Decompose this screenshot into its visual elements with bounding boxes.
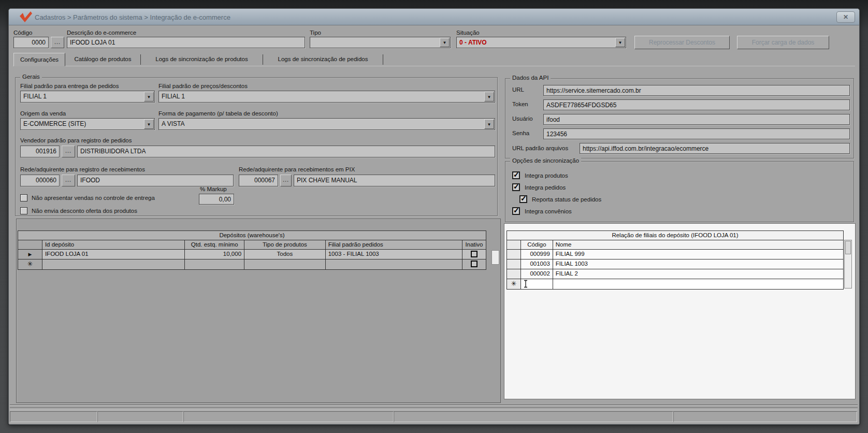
integra-convenios-checkbox-checked-icon[interactable] — [512, 207, 520, 215]
origem-venda-label: Origem da venda — [20, 110, 66, 117]
filial-entrega-dropdown-arrow-icon[interactable] — [144, 92, 154, 102]
descricao-label: Descrição do e-commerce — [67, 30, 136, 36]
reprocessar-descontos-button[interactable]: Reprocessar Descontos — [634, 36, 730, 49]
filiais-row-selector — [507, 250, 521, 259]
api-url-arquivos-field[interactable]: https://api.iffod.com.br/integracao/ecom… — [580, 143, 850, 154]
rede-pix-name-field[interactable]: PIX CHAVE MANUAL — [294, 175, 495, 186]
depositos-new-cell-qtd[interactable] — [185, 259, 244, 269]
api-senha-field[interactable]: 123456 — [543, 128, 850, 139]
filiais-scrollbar-thumb[interactable] — [845, 241, 851, 254]
vendedor-name-field[interactable]: DISTRIBUIDORA LTDA — [77, 146, 495, 157]
situacao-combobox[interactable]: 0 - ATIVO — [456, 37, 626, 48]
filiais-cell-codigo[interactable]: 000999 — [521, 250, 553, 259]
filial-precos-dropdown-arrow-icon[interactable] — [484, 92, 494, 102]
tab-configuracoes[interactable]: Configurações — [13, 53, 65, 66]
api-token-label: Token — [512, 101, 528, 107]
new-row-marker-icon: ✳ — [507, 279, 521, 289]
depositos-grid-scrollbar[interactable] — [491, 250, 499, 265]
filial-entrega-label: Filial padrão para entrega de pedidos — [20, 83, 119, 89]
forma-pagamento-combobox[interactable]: A VISTA — [158, 118, 495, 130]
close-icon[interactable]: ✕ — [836, 11, 855, 23]
tab-logs-produtos[interactable]: Logs de sincronização de produtos — [141, 54, 263, 65]
status-panel — [97, 411, 183, 422]
api-url-arquivos-label: URL padrão arquivos — [512, 145, 568, 151]
depositos-new-cell-filial[interactable] — [326, 259, 462, 269]
vendedor-code-field[interactable]: 001916 — [20, 146, 60, 157]
depositos-grid: Depósitos (warehouse's) Id depósito Qtd.… — [18, 230, 486, 270]
depositos-cell-qtd[interactable]: 10,000 — [185, 250, 244, 259]
filiais-new-row[interactable]: ✳ — [507, 279, 843, 289]
rede-browse-button[interactable]: ... — [62, 175, 75, 186]
integra-convenios-label: Integra convênios — [525, 208, 572, 214]
filiais-cell-nome[interactable]: FILIAL 999 — [553, 250, 843, 259]
nao-apresentar-vendas-checkbox[interactable] — [20, 194, 27, 201]
depositos-row[interactable]: ▶ IFOOD LOJA 01 10,000 Todos 1003 - FILI… — [18, 250, 486, 259]
filial-precos-combobox[interactable]: FILIAL 1 — [158, 91, 495, 103]
tipo-dropdown-arrow-icon[interactable] — [440, 38, 450, 47]
reporta-status-checkbox-checked-icon[interactable] — [519, 195, 527, 203]
api-token-field[interactable]: ASDFE778654FDGSD65 — [543, 99, 850, 110]
rede-name-field[interactable]: IFOOD — [77, 175, 234, 186]
integra-produtos-checkbox-checked-icon[interactable] — [512, 171, 520, 179]
gerais-group-title: Gerais — [20, 74, 42, 80]
depositos-col-filial: Filial padrão pedidos — [326, 240, 462, 249]
depositos-cell-id[interactable]: IFOOD LOJA 01 — [42, 250, 185, 259]
filial-entrega-combobox[interactable]: FILIAL 1 — [20, 91, 155, 103]
codigo-field[interactable]: 0000 — [13, 37, 49, 48]
filiais-cell-nome[interactable]: FILIAL 1003 — [553, 259, 843, 269]
filiais-row[interactable]: 001003 FILIAL 1003 — [507, 259, 843, 269]
api-usuario-label: Usuário — [512, 116, 533, 122]
filiais-cell-nome[interactable]: FILIAL 2 — [553, 269, 843, 279]
depositos-cell-tipo[interactable]: Todos — [244, 250, 326, 259]
tipo-combobox[interactable] — [310, 37, 451, 48]
nao-envia-desconto-checkbox[interactable] — [20, 207, 27, 214]
filiais-row[interactable]: 000002 FILIAL 2 — [507, 269, 843, 279]
markup-field[interactable]: 0,00 — [199, 194, 234, 205]
filiais-cell-codigo[interactable]: 000002 — [521, 269, 553, 279]
situacao-dropdown-arrow-icon[interactable] — [615, 38, 625, 47]
depositos-cell-filial[interactable]: 1003 - FILIAL 1003 — [326, 250, 462, 259]
depositos-new-cell-id[interactable] — [42, 259, 185, 269]
status-panel — [673, 411, 857, 422]
depositos-new-cell-tipo[interactable] — [244, 259, 326, 269]
nao-envia-desconto-label: Não envia desconto oferta dos produtos — [32, 208, 137, 214]
api-usuario-field[interactable]: ifood — [543, 114, 850, 125]
filiais-grid-scrollbar[interactable] — [844, 240, 852, 288]
status-bar — [10, 410, 858, 423]
codigo-browse-button[interactable]: ... — [51, 37, 64, 48]
reporta-status-label: Reporta status de pedidos — [532, 196, 601, 203]
inativo-checkbox-unchecked-icon[interactable] — [471, 251, 478, 257]
status-panel — [10, 411, 97, 422]
status-panel — [183, 411, 394, 422]
titlebar: Cadastros > Parâmetros do sistema > Inte… — [9, 9, 859, 25]
api-url-field[interactable]: https://service.sitemercado.com.br — [543, 85, 850, 96]
rede-code-field[interactable]: 000060 — [20, 175, 60, 186]
depositos-new-cell-inativo[interactable] — [462, 259, 486, 269]
inativo-checkbox-unchecked-icon[interactable] — [471, 261, 478, 267]
tab-catalogo-produtos[interactable]: Catálogo de produtos — [65, 54, 141, 65]
sync-group-title: Opções de sincronização — [510, 157, 581, 164]
rede-adquirente-label: Rede/adquirente para registro de recebim… — [20, 166, 145, 172]
bottom-divider — [10, 408, 858, 409]
integra-pedidos-checkbox-checked-icon[interactable] — [512, 183, 520, 191]
filiais-new-cell-codigo[interactable] — [521, 279, 553, 289]
tab-logs-pedidos[interactable]: Logs de sincronização de pedidos — [263, 54, 383, 65]
origem-venda-combobox[interactable]: E-COMMERCE (SITE) — [20, 118, 155, 130]
filiais-new-cell-nome[interactable] — [553, 279, 843, 289]
descricao-field[interactable]: IFOOD LOJA 01 — [67, 37, 305, 48]
depositos-col-tipo: Tipo de produtos — [244, 240, 326, 249]
filiais-row[interactable]: 000999 FILIAL 999 — [507, 250, 843, 259]
origem-venda-dropdown-arrow-icon[interactable] — [144, 119, 154, 129]
forma-pagamento-dropdown-arrow-icon[interactable] — [484, 119, 494, 129]
filiais-col-codigo: Código — [521, 240, 553, 249]
rede-pix-code-field[interactable]: 000067 — [239, 175, 278, 186]
forcar-carga-button[interactable]: Forçar carga de dados — [737, 36, 829, 49]
status-panel — [394, 411, 673, 422]
filiais-cell-codigo[interactable]: 001003 — [521, 259, 553, 269]
vendedor-browse-button[interactable]: ... — [62, 146, 75, 157]
rede-pix-browse-button[interactable]: ... — [280, 175, 292, 186]
depositos-new-row[interactable]: ✳ — [18, 259, 486, 269]
situacao-label: Situação — [456, 30, 480, 36]
depositos-grid-title: Depósitos (warehouse's) — [18, 231, 486, 240]
depositos-cell-inativo[interactable] — [462, 250, 486, 259]
